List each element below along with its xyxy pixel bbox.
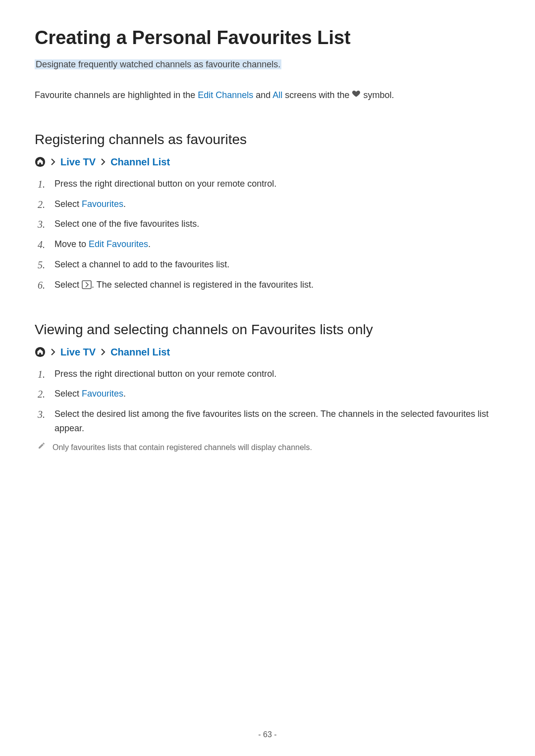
- crumb-live-tv[interactable]: Live TV: [60, 347, 96, 358]
- page-subtitle: Designate frequently watched channels as…: [35, 59, 281, 69]
- list-item: Move to Edit Favourites.: [35, 237, 500, 252]
- list-item: Select one of the five favourites lists.: [35, 217, 500, 231]
- intro-text-mid2: screens with the: [282, 90, 352, 100]
- steps-list-registering: Press the right directional button on yo…: [35, 177, 500, 292]
- step-text: Press the right directional button on yo…: [54, 179, 276, 189]
- step-text: .: [123, 199, 126, 209]
- intro-text-post: symbol.: [361, 90, 394, 100]
- step-text: Select: [54, 280, 82, 290]
- list-item: Select the desired list among the five f…: [35, 407, 500, 436]
- list-item: Press the right directional button on yo…: [35, 367, 500, 381]
- step-text: Select a channel to add to the favourite…: [54, 259, 229, 269]
- step-text: Press the right directional button on yo…: [54, 369, 276, 379]
- crumb-live-tv[interactable]: Live TV: [60, 156, 96, 168]
- section-heading-viewing: Viewing and selecting channels on Favour…: [35, 322, 500, 338]
- link-all[interactable]: All: [272, 90, 282, 100]
- pencil-note-icon: [38, 442, 46, 450]
- subtitle-row: Designate frequently watched channels as…: [35, 57, 500, 72]
- breadcrumb: Live TV Channel List: [35, 156, 500, 168]
- link-edit-channels[interactable]: Edit Channels: [198, 90, 253, 100]
- step-text: Move to: [54, 239, 89, 249]
- list-item: Select Favourites.: [35, 197, 500, 211]
- step-text: Select the desired list among the five f…: [54, 409, 488, 433]
- list-item: Select . The selected channel is registe…: [35, 278, 500, 292]
- crumb-channel-list[interactable]: Channel List: [110, 156, 170, 168]
- step-text: . The selected channel is registered in …: [92, 280, 314, 290]
- heart-icon: [352, 89, 361, 98]
- step-text: Select: [54, 199, 82, 209]
- breadcrumb: Live TV Channel List: [35, 347, 500, 358]
- svg-rect-1: [82, 281, 91, 289]
- home-icon: [35, 156, 46, 167]
- chevron-right-icon: [101, 158, 106, 165]
- chevron-right-icon: [101, 349, 106, 355]
- note-row: Only favourites lists that contain regis…: [35, 442, 500, 454]
- link-favourites[interactable]: Favourites: [82, 389, 123, 399]
- intro-text-pre: Favourite channels are highlighted in th…: [35, 90, 198, 100]
- link-edit-favourites[interactable]: Edit Favourites: [89, 239, 148, 249]
- list-item: Press the right directional button on yo…: [35, 177, 500, 191]
- crumb-channel-list[interactable]: Channel List: [110, 347, 170, 358]
- step-text: Select one of the five favourites lists.: [54, 219, 199, 229]
- page-number: - 63 -: [0, 730, 535, 739]
- move-right-box-icon: [82, 280, 92, 289]
- section-heading-registering: Registering channels as favourites: [35, 132, 500, 148]
- link-favourites[interactable]: Favourites: [82, 199, 123, 209]
- chevron-right-icon: [51, 158, 55, 165]
- note-text: Only favourites lists that contain regis…: [53, 442, 312, 454]
- step-text: Select: [54, 389, 82, 399]
- intro-paragraph: Favourite channels are highlighted in th…: [35, 89, 500, 102]
- home-icon: [35, 347, 46, 357]
- list-item: Select a channel to add to the favourite…: [35, 257, 500, 272]
- list-item: Select Favourites.: [35, 387, 500, 401]
- intro-text-mid1: and: [253, 90, 272, 100]
- steps-list-viewing: Press the right directional button on yo…: [35, 367, 500, 436]
- page-title: Creating a Personal Favourites List: [35, 27, 500, 49]
- chevron-right-icon: [51, 349, 55, 355]
- step-text: .: [148, 239, 151, 249]
- page-container: Creating a Personal Favourites List Desi…: [0, 0, 535, 756]
- step-text: .: [123, 389, 126, 399]
